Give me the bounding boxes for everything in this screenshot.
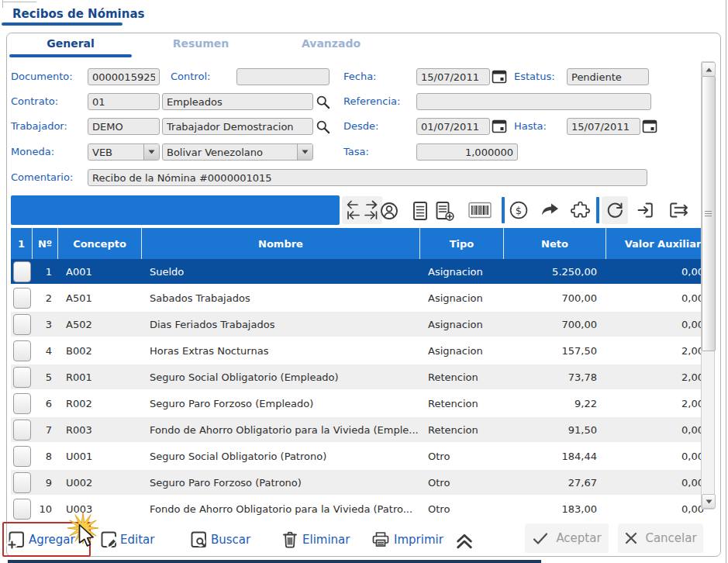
table-row[interactable]: 5R001Seguro Social Obligatorio (Empleado… [11, 364, 707, 391]
header-numero[interactable]: Nº [33, 228, 58, 259]
currency-button[interactable]: $ [509, 200, 529, 220]
row-select-button[interactable] [13, 420, 31, 440]
row-select-button[interactable] [13, 472, 31, 493]
navigation-arrows-button[interactable] [342, 196, 382, 224]
comentario-field[interactable] [88, 169, 647, 186]
table-row[interactable]: 8U001Seguro Social Obligatorio (Patrono)… [11, 444, 707, 470]
desde-calendar-button[interactable] [491, 118, 508, 135]
row-select-button[interactable] [13, 314, 31, 335]
row-select-button[interactable] [13, 340, 31, 361]
trabajador-name-field[interactable] [162, 118, 313, 135]
table-row[interactable]: 7R003Fondo de Ahorro Obligatorio para la… [11, 417, 707, 444]
cell-n: 8 [33, 451, 58, 462]
row-select-button[interactable] [13, 446, 31, 467]
search-icon [315, 94, 331, 110]
header-concepto[interactable]: Concepto [58, 228, 142, 259]
moneda-code-select[interactable]: VEB [88, 143, 160, 161]
buscar-label[interactable]: Buscar [211, 533, 250, 547]
barcode-icon [468, 202, 492, 219]
currency-dollar-icon: $ [509, 200, 529, 220]
cell-n: 5 [33, 371, 58, 383]
row-select-button[interactable] [13, 499, 31, 520]
desde-field[interactable] [416, 118, 490, 135]
cell-concepto: U002 [58, 477, 142, 489]
fecha-calendar-button[interactable] [491, 68, 508, 85]
import-icon [636, 200, 656, 220]
tab-general[interactable]: General [9, 37, 132, 53]
tab-resumen[interactable]: Resumen [140, 37, 262, 53]
header-neto[interactable]: Neto [504, 228, 606, 259]
control-field[interactable] [236, 68, 329, 85]
desde-label: Desde: [343, 118, 378, 135]
cell-neto: 700,00 [504, 319, 606, 330]
table-row[interactable]: 1A001SueldoAsignacion5.250,000,00 [11, 259, 707, 285]
document-button[interactable] [411, 200, 430, 222]
table-row[interactable]: 2A501Sabados TrabajadosAsignacion700,000… [11, 285, 707, 312]
header-tipo[interactable]: Tipo [420, 228, 504, 259]
cell-concepto: A502 [58, 319, 142, 330]
cell-aux: 0,00 [606, 266, 707, 278]
document-add-button[interactable] [434, 200, 455, 222]
buscar-button[interactable] [188, 530, 209, 550]
import-button[interactable] [636, 200, 656, 220]
eliminar-label[interactable]: Eliminar [302, 533, 350, 547]
barcode-button[interactable] [468, 202, 492, 219]
imprimir-label[interactable]: Imprimir [394, 533, 443, 547]
trabajador-search-button[interactable] [315, 119, 331, 135]
estatus-field[interactable] [567, 68, 649, 85]
vertical-scrollbar[interactable] [701, 61, 715, 509]
tab-avanzado[interactable]: Avanzado [270, 37, 392, 53]
table-row[interactable]: 10U003Fondo de Ahorro Obligatorio para l… [11, 496, 707, 523]
refresh-button[interactable] [602, 196, 628, 224]
forward-button[interactable] [539, 200, 561, 219]
cell-aux: 0,00 [606, 424, 707, 436]
table-header[interactable]: 1 Nº Concepto Nombre Tipo Neto Valor Aux… [11, 228, 707, 259]
header-valor-auxiliar[interactable]: Valor Auxiliar [606, 228, 707, 259]
contrato-search-button[interactable] [315, 94, 331, 110]
user-button[interactable] [378, 200, 400, 222]
plugin-button[interactable] [570, 200, 591, 221]
dropdown-button[interactable] [143, 144, 159, 160]
aceptar-button[interactable]: Aceptar [525, 523, 609, 553]
dropdown-button[interactable] [297, 144, 312, 160]
scrollbar-thumb[interactable] [702, 76, 716, 351]
row-select-button[interactable] [13, 288, 31, 309]
header-select[interactable]: 1 [11, 228, 33, 259]
table-row[interactable]: 3A502Dias Feriados TrabajadosAsignacion7… [11, 312, 707, 338]
fecha-field[interactable] [416, 68, 490, 85]
documento-field[interactable] [88, 68, 160, 85]
app-window: Recibos de Nóminas General Resumen Avanz… [0, 0, 728, 563]
collapse-button[interactable] [454, 530, 475, 550]
row-select-button[interactable] [13, 393, 31, 414]
table-row[interactable]: 9U002Seguro Paro Forzoso (Patrono)Otro27… [11, 470, 707, 496]
table-row[interactable]: 4B002Horas Extras NocturnasAsignacion157… [11, 338, 707, 364]
table-row[interactable]: 6R002Seguro Paro Forzoso (Empleado)Reten… [11, 391, 707, 417]
scroll-down-button[interactable] [702, 494, 716, 509]
cell-nombre: Seguro Social Obligatorio (Patrono) [142, 451, 420, 462]
eliminar-button[interactable] [281, 530, 299, 550]
hasta-field[interactable] [567, 118, 640, 135]
tasa-field[interactable] [416, 143, 518, 161]
trabajador-code-field[interactable] [88, 118, 160, 135]
row-select-button[interactable] [13, 367, 31, 388]
export-button[interactable] [667, 200, 690, 220]
contrato-code-field[interactable] [88, 93, 160, 110]
calendar-icon [491, 68, 508, 85]
imprimir-button[interactable] [371, 530, 391, 549]
header-nombre[interactable]: Nombre [142, 228, 420, 259]
scrollbar-grip [705, 211, 712, 217]
hasta-calendar-button[interactable] [641, 118, 658, 135]
scroll-up-button[interactable] [702, 62, 716, 77]
cancelar-button[interactable]: Cancelar [618, 523, 703, 553]
editar-label[interactable]: Editar [120, 533, 154, 547]
moneda-name-select[interactable]: Bolivar Venezolano [162, 143, 313, 161]
cell-nombre: Seguro Social Obligatorio (Empleado) [142, 371, 420, 383]
editar-button[interactable] [98, 530, 119, 550]
calendar-icon [641, 118, 658, 135]
contrato-name-field[interactable] [162, 93, 313, 110]
referencia-field[interactable] [416, 93, 651, 110]
row-select-button[interactable] [13, 261, 31, 282]
comentario-label: Comentario: [11, 169, 73, 186]
cell-aux: 2,00 [606, 398, 707, 409]
cell-concepto: B002 [58, 345, 142, 357]
